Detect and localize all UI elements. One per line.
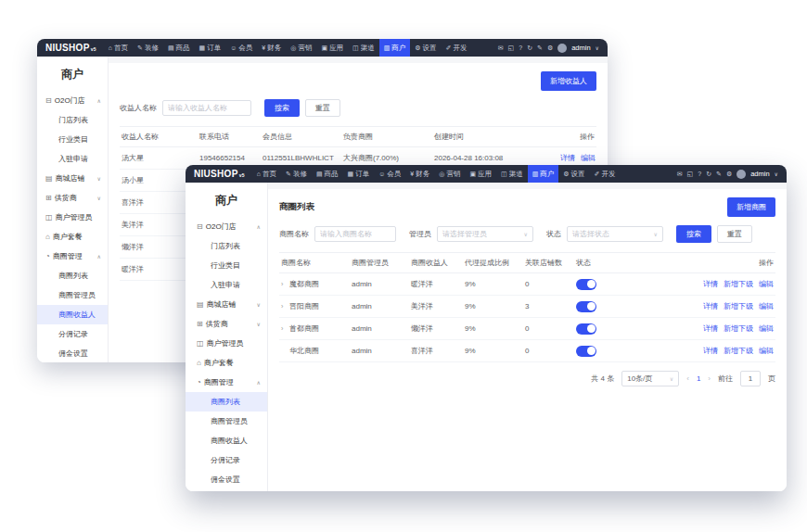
sidebar-item-district-admin[interactable]: 商圈管理员 [37, 285, 108, 305]
help-icon[interactable]: ? [698, 171, 701, 177]
avatar[interactable] [557, 44, 567, 53]
sidebar-item-commission-setting[interactable]: 佣金设置 [37, 344, 108, 362]
sidebar-item-industry-category[interactable]: 行业类目 [37, 130, 108, 149]
sidebar-item-district-admin[interactable]: 商圈管理员 [186, 412, 267, 431]
gear-icon[interactable]: ⚙ [547, 44, 553, 52]
edit-link[interactable]: 编辑 [581, 154, 596, 162]
sidebar-item-merchant-package[interactable]: ⌂商户套餐 [37, 227, 108, 247]
sidebar-item-district-list[interactable]: 商圈列表 [37, 266, 108, 285]
sidebar-item-o2o-store[interactable]: ⊟O2O门店∧ [37, 91, 108, 110]
sidebar-item-district-manage[interactable]: ◔商圈管理∧ [37, 247, 108, 266]
nav-item-goods[interactable]: ▤商品 [312, 165, 343, 183]
add-sub-link[interactable]: 新增下级 [724, 302, 753, 310]
add-sub-link[interactable]: 新增下级 [724, 280, 753, 288]
nav-item-finance[interactable]: ¥财务 [405, 165, 434, 183]
nav-item-develop[interactable]: ✐开发 [590, 165, 621, 183]
nav-item-apps[interactable]: ▣应用 [316, 39, 348, 57]
nav-item-channel[interactable]: ◫渠道 [496, 165, 528, 183]
nav-item-order[interactable]: ▦订单 [343, 165, 375, 183]
nav-item-marketing[interactable]: ◎营销 [434, 165, 465, 183]
district-name-input[interactable] [314, 226, 396, 242]
sidebar-item-entry-apply[interactable]: 入驻申请 [186, 275, 267, 295]
sidebar-item-mall-shop[interactable]: ▤商城店铺∨ [37, 169, 108, 188]
sidebar-item-settle-account[interactable]: ▭结算账户∨ [186, 489, 267, 491]
edit-link[interactable]: 编辑 [759, 324, 774, 333]
nav-item-develop[interactable]: ✐开发 [442, 39, 472, 57]
sidebar-item-commission-setting[interactable]: 佣金设置 [186, 470, 267, 489]
detail-link[interactable]: 详情 [703, 302, 718, 310]
edit-icon[interactable]: ✎ [716, 171, 722, 178]
edit-link[interactable]: 编辑 [759, 347, 774, 355]
expand-row-icon[interactable]: › [281, 281, 289, 287]
nav-item-goods[interactable]: ▤商品 [163, 39, 195, 57]
status-select[interactable]: 请选择状态∨ [567, 226, 663, 242]
nav-item-decorate[interactable]: ✎装修 [133, 39, 163, 57]
fullscreen-icon[interactable]: ◱ [687, 171, 694, 178]
nav-item-decorate[interactable]: ✎装修 [281, 165, 312, 183]
next-page-button[interactable]: › [708, 374, 711, 383]
mail-icon[interactable]: ✉ [498, 44, 504, 52]
prev-page-button[interactable]: ‹ [686, 374, 689, 383]
reset-button[interactable]: 重置 [717, 225, 752, 243]
add-beneficiary-button[interactable]: 新增收益人 [541, 71, 596, 91]
sidebar-item-entry-apply[interactable]: 入驻申请 [37, 149, 108, 169]
sidebar-item-industry-category[interactable]: 行业类目 [186, 256, 267, 275]
sidebar-item-supplier[interactable]: ⊞供货商∨ [37, 188, 108, 208]
refresh-icon[interactable]: ↻ [527, 44, 532, 52]
nav-item-home[interactable]: ⌂首页 [252, 165, 281, 183]
nav-item-settings[interactable]: ⚙设置 [558, 165, 589, 183]
add-district-button[interactable]: 新增商圈 [727, 197, 775, 217]
sidebar-item-merchant-admin[interactable]: ◫商户管理员 [37, 208, 108, 227]
mail-icon[interactable]: ✉ [677, 171, 683, 178]
status-toggle[interactable] [576, 346, 596, 357]
reset-button[interactable]: 重置 [305, 99, 340, 117]
user-name[interactable]: admin [571, 44, 590, 52]
nav-item-settings[interactable]: ⚙设置 [410, 39, 441, 57]
search-button[interactable]: 搜索 [264, 99, 300, 117]
search-button[interactable]: 搜索 [676, 225, 711, 243]
sidebar-item-store-list[interactable]: 门店列表 [186, 236, 267, 256]
nav-item-member[interactable]: ☺会员 [225, 39, 257, 57]
current-page[interactable]: 1 [697, 374, 700, 383]
nav-item-merchant[interactable]: ▥商户 [528, 165, 559, 183]
nav-item-channel[interactable]: ◫渠道 [348, 39, 379, 57]
nav-item-marketing[interactable]: ◎营销 [286, 39, 316, 57]
detail-link[interactable]: 详情 [703, 324, 718, 333]
nav-item-merchant[interactable]: ▥商户 [379, 39, 411, 57]
sidebar-item-store-list[interactable]: 门店列表 [37, 110, 108, 130]
expand-row-icon[interactable]: › [281, 303, 289, 310]
nav-item-member[interactable]: ☺会员 [374, 165, 405, 183]
expand-row-icon[interactable]: › [281, 325, 289, 332]
nav-item-home[interactable]: ⌂首页 [104, 39, 133, 57]
sidebar-item-supplier[interactable]: ⊞供货商∨ [186, 314, 267, 334]
sidebar-item-commission-record[interactable]: 分佣记录 [186, 450, 267, 470]
edit-link[interactable]: 编辑 [759, 302, 774, 310]
admin-select[interactable]: 请选择管理员∨ [437, 226, 533, 242]
add-sub-link[interactable]: 新增下级 [724, 347, 753, 355]
beneficiary-name-input[interactable] [162, 100, 251, 116]
sidebar-item-district-beneficiary[interactable]: 商圈收益人 [37, 305, 108, 324]
sidebar-item-district-list[interactable]: 商圈列表 [186, 392, 267, 412]
sidebar-item-district-manage[interactable]: ◔商圈管理∧ [186, 373, 267, 392]
detail-link[interactable]: 详情 [560, 154, 575, 162]
gear-icon[interactable]: ⚙ [726, 171, 732, 178]
sidebar-item-commission-record[interactable]: 分佣记录 [37, 324, 108, 344]
help-icon[interactable]: ? [519, 44, 522, 51]
goto-page-input[interactable] [740, 371, 761, 386]
avatar[interactable] [737, 170, 746, 179]
edit-icon[interactable]: ✎ [537, 44, 543, 52]
status-toggle[interactable] [576, 279, 596, 290]
nav-item-apps[interactable]: ▣应用 [465, 165, 496, 183]
nav-item-order[interactable]: ▦订单 [195, 39, 226, 57]
user-name[interactable]: admin [750, 170, 769, 178]
nav-item-finance[interactable]: ¥财务 [257, 39, 286, 57]
sidebar-item-mall-shop[interactable]: ▤商城店铺∨ [186, 295, 267, 314]
sidebar-item-merchant-admin[interactable]: ◫商户管理员 [186, 334, 267, 353]
detail-link[interactable]: 详情 [703, 347, 718, 355]
fullscreen-icon[interactable]: ◱ [508, 44, 515, 52]
sidebar-item-o2o-store[interactable]: ⊟O2O门店∧ [186, 217, 267, 236]
sidebar-item-district-beneficiary[interactable]: 商圈收益人 [186, 431, 267, 450]
edit-link[interactable]: 编辑 [759, 280, 774, 288]
add-sub-link[interactable]: 新增下级 [724, 324, 753, 333]
status-toggle[interactable] [576, 301, 596, 312]
